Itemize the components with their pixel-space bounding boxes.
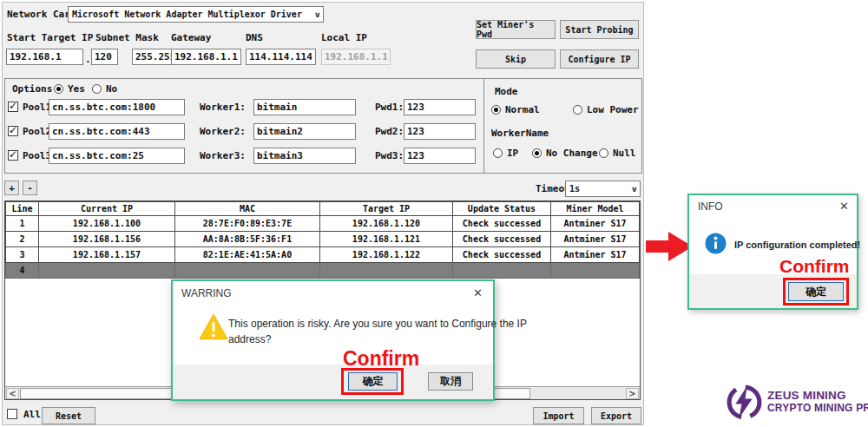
mode-low-power-label: Low Power	[587, 104, 639, 115]
warning-icon	[199, 313, 228, 340]
table-row-selected[interactable]: 4	[6, 263, 640, 279]
cell-line: 3	[6, 247, 39, 263]
pwd3-label: Pwd3:	[375, 150, 404, 161]
cancel-button[interactable]: 取消	[428, 372, 473, 391]
workername-ip-radio[interactable]	[493, 148, 503, 158]
cell-target-ip	[320, 263, 453, 279]
reset-button[interactable]: Reset	[42, 407, 95, 424]
options-yes-radio[interactable]	[54, 84, 63, 94]
cell-mac: AA:8A:8B:5F:36:F1	[175, 232, 320, 247]
export-button[interactable]: Export	[591, 407, 641, 424]
chevron-down-icon: ∨	[630, 185, 637, 194]
set-miners-pwd-button[interactable]: Set Miner's Pwd	[476, 20, 556, 39]
ok-button[interactable]: 确定	[788, 282, 844, 301]
mode-normal-radio[interactable]	[491, 105, 501, 115]
col-miner-model: Miner Model	[551, 202, 640, 216]
cell-target-ip: 192.168.1.120	[320, 216, 453, 232]
ip-separator: .	[85, 54, 91, 65]
options-no-radio[interactable]	[92, 84, 102, 94]
pool3-checkbox[interactable]	[8, 150, 18, 161]
workername-nochange-label: No Change	[546, 148, 598, 159]
cell-target-ip: 192.168.1.121	[320, 232, 453, 247]
add-row-button[interactable]: +	[4, 181, 19, 195]
warning-dialog: WARRING ✕ This operation is risky. Are y…	[171, 279, 495, 401]
cell-miner-model: Antminer S17	[551, 232, 640, 247]
close-icon[interactable]: ✕	[473, 286, 483, 299]
dns-label: DNS	[246, 32, 263, 43]
cell-miner-model: Antminer S17	[551, 216, 640, 232]
pool1-checkbox[interactable]	[8, 102, 18, 112]
cell-current-ip: 192.168.1.157	[39, 247, 175, 263]
table-header-row: Line Current IP MAC Target IP Update Sta…	[6, 202, 640, 216]
info-message: IP configuration completed!	[734, 240, 860, 250]
pwd1-label: Pwd1:	[375, 102, 404, 113]
cell-miner-model	[551, 263, 640, 279]
start-probing-button[interactable]: Start Probing	[560, 20, 639, 39]
pool2-url-input[interactable]	[49, 123, 185, 140]
configure-ip-button[interactable]: Configure IP	[560, 49, 639, 69]
info-icon	[705, 233, 727, 254]
zeus-mining-logo-icon	[725, 383, 764, 422]
mode-label: Mode	[495, 86, 518, 97]
cell-line: 1	[6, 216, 39, 232]
network-card-select[interactable]: Microsoft Network Adapter Multiplexor Dr…	[68, 6, 324, 23]
workername-ip-label: IP	[507, 148, 518, 159]
start-target-ip-label: Start Target IP	[7, 32, 93, 43]
pwd2-label: Pwd2:	[375, 126, 404, 137]
scroll-right-icon[interactable]: >	[626, 388, 639, 399]
worker2-label: Worker2:	[200, 126, 246, 137]
warning-message-line1: This operation is risky. Are you sure yo…	[228, 318, 527, 330]
remove-row-button[interactable]: -	[23, 181, 37, 195]
workername-nochange-radio[interactable]	[532, 148, 542, 158]
warning-dialog-title: WARRING	[181, 287, 232, 299]
worker3-label: Worker3:	[200, 150, 246, 161]
workername-null-radio[interactable]	[599, 148, 608, 158]
table-row[interactable]: 2 192.168.1.156 AA:8A:8B:5F:36:F1 192.16…	[6, 232, 640, 247]
pool3-url-input[interactable]	[49, 148, 185, 164]
worker1-label: Worker1:	[200, 102, 246, 113]
all-checkbox[interactable]	[7, 409, 17, 419]
pool2-checkbox[interactable]	[8, 126, 18, 136]
cell-line: 4	[6, 263, 39, 279]
pool1-url-input[interactable]	[49, 99, 185, 115]
screenshot-stage: Network Card: Microsoft Network Adapter …	[0, 0, 868, 427]
cell-mac	[175, 263, 320, 279]
cell-update-status: Check successed	[453, 216, 551, 232]
mode-low-power-radio[interactable]	[573, 105, 582, 115]
worker2-input[interactable]	[253, 123, 356, 140]
local-ip-label: Local IP	[321, 32, 367, 43]
warning-message-line2: address?	[228, 333, 271, 345]
worker1-input[interactable]	[253, 99, 356, 115]
timeout-select[interactable]: 1s ∨	[565, 181, 641, 197]
cell-current-ip	[39, 263, 175, 279]
gateway-input[interactable]	[171, 49, 241, 65]
options-label: Options	[12, 83, 52, 95]
ok-button[interactable]: 确定	[348, 372, 398, 391]
table-row[interactable]: 1 192.168.1.100 28:7E:F0:89:E3:7E 192.16…	[6, 216, 640, 232]
info-dialog-title: INFO	[698, 200, 723, 213]
start-ip-octet-input[interactable]	[91, 49, 118, 65]
dns-input[interactable]	[246, 49, 316, 65]
col-mac: MAC	[175, 202, 320, 216]
pwd2-input[interactable]	[404, 123, 476, 140]
col-current-ip: Current IP	[39, 202, 175, 216]
cell-update-status	[453, 263, 551, 279]
col-line: Line	[6, 202, 39, 216]
pwd3-input[interactable]	[404, 148, 476, 164]
cell-update-status: Check successed	[453, 247, 551, 263]
cell-current-ip: 192.168.1.100	[39, 216, 175, 232]
all-checkbox-label: All	[23, 409, 41, 420]
col-target-ip: Target IP	[320, 202, 453, 216]
logo-text-line2: CRYPTO MINING PRO	[767, 402, 868, 414]
cell-line: 2	[6, 232, 39, 247]
info-dialog: INFO ✕ IP configuration completed! Confi…	[687, 194, 858, 310]
skip-button[interactable]: Skip	[476, 49, 556, 69]
pwd1-input[interactable]	[404, 99, 476, 115]
subnet-mask-label: Subnet Mask	[95, 32, 159, 43]
table-row[interactable]: 3 192.168.1.157 82:1E:AE:41:5A:A0 192.16…	[6, 247, 640, 263]
close-icon[interactable]: ✕	[839, 200, 849, 213]
start-ip-prefix-input[interactable]	[6, 49, 83, 65]
worker3-input[interactable]	[253, 148, 356, 164]
scroll-left-icon[interactable]: <	[6, 388, 19, 399]
import-button[interactable]: Import	[533, 407, 584, 424]
